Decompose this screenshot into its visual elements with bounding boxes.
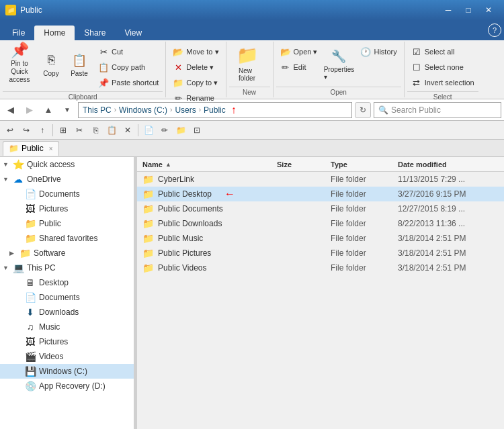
select-none-button[interactable]: ☐ Select none: [407, 60, 478, 75]
new-folder-button[interactable]: 📁 Newfolder: [229, 43, 265, 83]
open-icon: 📂: [280, 46, 291, 57]
table-row[interactable]: 📁 Public Desktop File folder 3/27/2016 9…: [137, 187, 504, 201]
copy-to-button[interactable]: 📁 Copy to ▾: [169, 75, 222, 90]
table-row[interactable]: 📁 Public Documents File folder 12/27/201…: [137, 201, 504, 216]
col-name-header[interactable]: Name ▲: [142, 160, 277, 169]
delete-button[interactable]: ✕ Delete ▾: [169, 60, 222, 75]
address-bar[interactable]: This PC › Windows (C:) › Users › Public …: [78, 102, 352, 118]
organize-group: 📂 Move to ▾ ✕ Delete ▾ 📁 Copy to ▾ ✏ Ren…: [166, 42, 226, 97]
tab-file[interactable]: File: [3, 26, 34, 40]
folder-icon: 📁: [142, 248, 154, 258]
open-group: 📂 Open ▾ ✏ Edit 🔧 Properties ▾ 🕐 History: [274, 42, 405, 97]
properties-button[interactable]: 🔧 Properties ▾: [323, 44, 355, 85]
tab-view[interactable]: View: [115, 26, 151, 40]
select-content: ☑ Select all ☐ Select none ⇄ Invert sele…: [407, 43, 478, 90]
search-placeholder: Search Public: [391, 105, 441, 115]
restore-button[interactable]: □: [458, 0, 478, 20]
expand-arrow-od: ▼: [3, 176, 9, 183]
sidebar-item-pictures[interactable]: 🖼 Pictures: [0, 201, 134, 216]
paste-shortcut-button[interactable]: 📌 Paste shortcut: [94, 75, 163, 90]
tab-public[interactable]: 📁 Public ×: [3, 141, 59, 156]
tb2-back[interactable]: ↩: [3, 123, 17, 138]
table-row[interactable]: 📁 CyberLink File folder 11/13/2015 7:29 …: [137, 172, 504, 187]
table-row[interactable]: 📁 Public Downloads File folder 8/22/2013…: [137, 216, 504, 231]
tb2-forward[interactable]: ↪: [19, 123, 34, 138]
tb2-delete[interactable]: ✕: [120, 123, 135, 138]
open-button[interactable]: 📂 Open ▾: [276, 44, 322, 59]
path-public[interactable]: Public: [204, 105, 226, 115]
sidebar-item-downloads[interactable]: ⬇ Downloads: [0, 305, 134, 320]
recent-button[interactable]: ▼: [59, 102, 75, 118]
new-group: 📁 Newfolder New: [226, 42, 274, 97]
sidebar-item-desktop[interactable]: 🖥 Desktop: [0, 275, 134, 290]
copy-path-button[interactable]: 📋 Copy path: [94, 60, 163, 75]
sidebar-item-onedrive[interactable]: ▼ ☁ OneDrive: [0, 172, 134, 187]
sidebar-item-software[interactable]: ▶ 📁 Software: [0, 246, 134, 260]
history-button[interactable]: 🕐 History: [356, 44, 401, 59]
col-size-header[interactable]: Size: [277, 160, 331, 169]
folder-icon: 📁: [142, 233, 154, 244]
windows-c-icon: 💾: [24, 366, 36, 377]
invert-selection-button[interactable]: ⇄ Invert selection: [407, 75, 478, 90]
sidebar-item-videos[interactable]: 🎬 Videos: [0, 349, 134, 364]
tb2-new-folder[interactable]: 📁: [173, 123, 188, 138]
tb2-sep1: [52, 124, 53, 136]
sidebar-item-quick-access[interactable]: ▼ ⭐ Quick access: [0, 157, 134, 172]
paste-button[interactable]: 📋 Paste: [66, 44, 93, 85]
close-button[interactable]: ✕: [478, 0, 499, 20]
downloads-icon: ⬇: [24, 307, 36, 318]
sidebar-item-thispc[interactable]: ▼ 💻 This PC: [0, 260, 134, 275]
sidebar-item-docs[interactable]: 📄 Documents: [0, 290, 134, 305]
sidebar-label-pics: Pictures: [39, 337, 68, 346]
clipboard-content: 📌 Pin to Quickaccess ⎘ Copy 📋 Paste ✂ Cu…: [3, 43, 163, 90]
tb2-rename[interactable]: ✏: [157, 123, 172, 138]
tab-share[interactable]: Share: [75, 26, 115, 40]
sidebar-item-public[interactable]: 📁 Public: [0, 216, 134, 231]
tb2-grid[interactable]: ⊞: [56, 123, 71, 138]
sidebar-item-app-recovery[interactable]: 💿 App Recovery (D:): [0, 379, 134, 393]
minimize-button[interactable]: ─: [438, 0, 458, 20]
software-icon: 📁: [19, 248, 31, 258]
path-windows[interactable]: Windows (C:): [119, 105, 167, 115]
tb2-cut[interactable]: ✂: [72, 123, 87, 138]
props-col: 🔧 Properties ▾: [323, 43, 355, 85]
help-button[interactable]: ?: [488, 23, 501, 37]
tb2-copy[interactable]: ⎘: [88, 123, 103, 138]
edit-button[interactable]: ✏ Edit: [276, 60, 322, 75]
main-area: ▼ ⭐ Quick access ▼ ☁ OneDrive 📄 Document…: [0, 157, 504, 429]
col-type-header[interactable]: Type: [331, 160, 398, 169]
sidebar-label-app-recovery: App Recovery (D:): [39, 381, 106, 391]
path-users[interactable]: Users: [175, 105, 196, 115]
forward-button[interactable]: ▶: [22, 102, 38, 118]
tb2-props[interactable]: 📄: [141, 123, 156, 138]
tb2-view[interactable]: ⊡: [190, 123, 204, 138]
move-to-button[interactable]: 📂 Move to ▾: [169, 44, 222, 59]
title-bar: 📁 Public ─ □ ✕: [0, 0, 504, 20]
search-box[interactable]: 🔍 Search Public: [374, 102, 501, 118]
table-row[interactable]: 📁 Public Pictures File folder 3/18/2014 …: [137, 246, 504, 260]
col-date-header[interactable]: Date modified: [398, 160, 499, 169]
sidebar-item-shared[interactable]: 📁 Shared favorites: [0, 231, 134, 246]
path-thispc[interactable]: This PC: [83, 105, 112, 115]
tb2-paste[interactable]: 📋: [104, 123, 119, 138]
tab-close-button[interactable]: ×: [49, 145, 53, 152]
new-content: 📁 Newfolder: [229, 43, 270, 85]
up-button[interactable]: ▲: [40, 102, 56, 118]
table-row[interactable]: 📁 Public Music File folder 3/18/2014 2:5…: [137, 231, 504, 246]
ribbon-body: 📌 Pin to Quickaccess ⎘ Copy 📋 Paste ✂ Cu…: [0, 40, 504, 99]
pin-to-quick-access-button[interactable]: 📌 Pin to Quickaccess: [3, 43, 36, 83]
sidebar-item-documents[interactable]: 📄 Documents: [0, 187, 134, 201]
refresh-button[interactable]: ↻: [355, 102, 371, 118]
content-list: 📁 CyberLink File folder 11/13/2015 7:29 …: [137, 172, 504, 429]
tb2-up[interactable]: ↑: [35, 123, 50, 138]
copy-button[interactable]: ⎘ Copy: [38, 44, 65, 85]
cloud-icon: ☁: [12, 174, 24, 185]
select-all-button[interactable]: ☑ Select all: [407, 44, 478, 59]
back-button[interactable]: ◀: [3, 102, 19, 118]
tab-home[interactable]: Home: [34, 26, 75, 40]
sidebar-item-pics[interactable]: 🖼 Pictures: [0, 334, 134, 349]
sidebar-item-music[interactable]: ♫ Music: [0, 320, 134, 334]
sidebar-item-windows-c[interactable]: 💾 Windows (C:): [0, 364, 134, 379]
cut-button[interactable]: ✂ Cut: [94, 44, 163, 59]
table-row[interactable]: 📁 Public Videos File folder 3/18/2014 2:…: [137, 260, 504, 275]
